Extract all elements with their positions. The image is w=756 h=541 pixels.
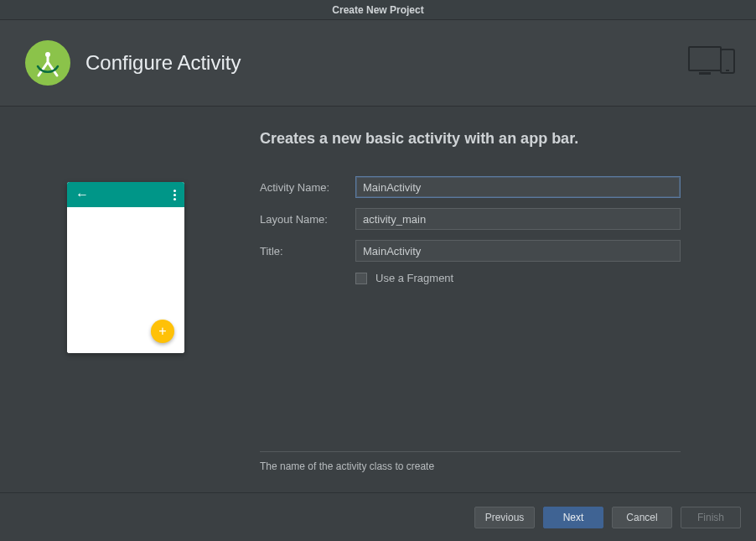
back-arrow-icon: ← bbox=[75, 188, 89, 201]
phone-preview: ← + bbox=[67, 182, 184, 353]
wizard-header: Configure Activity bbox=[0, 20, 756, 107]
label-use-fragment: Use a Fragment bbox=[375, 272, 453, 284]
svg-rect-4 bbox=[726, 70, 729, 71]
wizard-title: Configure Activity bbox=[85, 51, 241, 75]
use-fragment-checkbox[interactable] bbox=[355, 273, 367, 284]
form-heading: Creates a new basic activity with an app… bbox=[260, 130, 681, 148]
row-activity-name: Activity Name: bbox=[260, 176, 681, 198]
form-panel: Creates a new basic activity with an app… bbox=[251, 107, 756, 492]
label-title: Title: bbox=[260, 245, 355, 257]
device-icon bbox=[687, 44, 738, 82]
previous-button[interactable]: Previous bbox=[474, 507, 535, 528]
plus-icon: + bbox=[158, 325, 166, 338]
hint-text: The name of the activity class to create bbox=[260, 460, 681, 472]
label-activity-name: Activity Name: bbox=[260, 181, 355, 194]
row-use-fragment: Use a Fragment bbox=[260, 272, 681, 284]
window: Create New Project Configure Activity ← bbox=[0, 0, 756, 541]
title-input[interactable] bbox=[355, 240, 681, 262]
next-button[interactable]: Next bbox=[543, 507, 603, 528]
preview-body: + bbox=[67, 207, 184, 353]
fab-icon: + bbox=[151, 320, 174, 343]
titlebar[interactable]: Create New Project bbox=[0, 0, 756, 20]
finish-button: Finish bbox=[681, 507, 741, 528]
content-area: ← + Creates a new basic activity with an… bbox=[0, 107, 756, 492]
row-title: Title: bbox=[260, 240, 681, 262]
layout-name-input[interactable] bbox=[355, 208, 681, 230]
android-studio-logo-icon bbox=[25, 40, 70, 86]
svg-rect-3 bbox=[721, 49, 734, 73]
overflow-menu-icon bbox=[173, 190, 176, 200]
template-preview: ← + bbox=[0, 107, 251, 492]
svg-rect-2 bbox=[699, 72, 711, 75]
window-title: Create New Project bbox=[332, 4, 423, 16]
preview-appbar: ← bbox=[67, 182, 184, 207]
hint-section: The name of the activity class to create bbox=[260, 451, 681, 472]
label-layout-name: Layout Name: bbox=[260, 213, 355, 226]
row-layout-name: Layout Name: bbox=[260, 208, 681, 230]
wizard-footer: Previous Next Cancel Finish bbox=[0, 492, 756, 541]
cancel-button[interactable]: Cancel bbox=[612, 507, 672, 528]
svg-rect-1 bbox=[689, 47, 721, 70]
activity-name-input[interactable] bbox=[355, 176, 681, 198]
